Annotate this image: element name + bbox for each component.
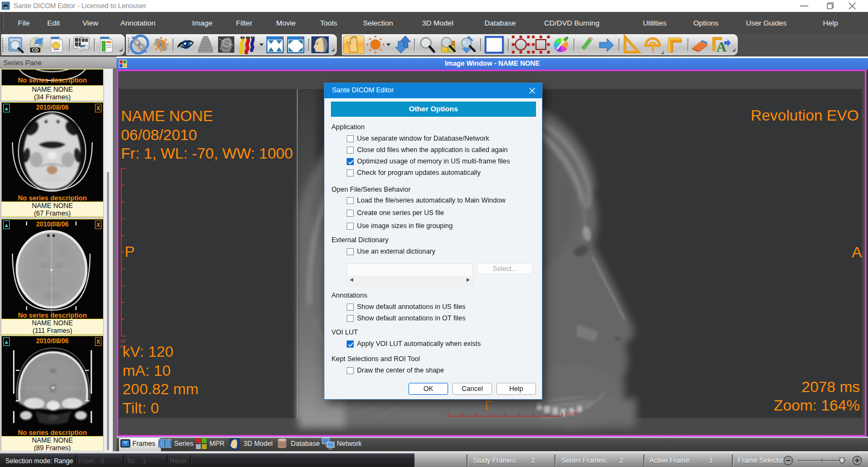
svg-text:CD: CD — [32, 47, 39, 53]
svg-text:1: 1 — [652, 47, 655, 54]
svg-text:10cm: 10cm — [564, 411, 577, 416]
